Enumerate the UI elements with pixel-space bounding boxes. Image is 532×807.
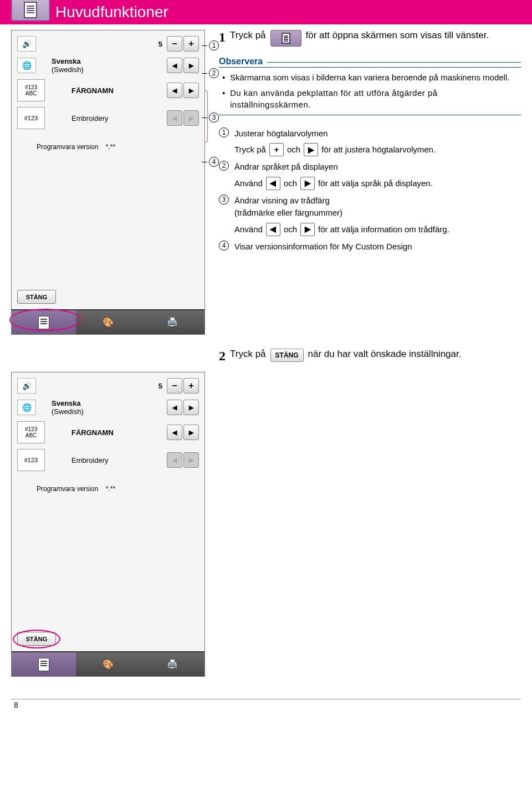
version-row: Programvara version *.**: [37, 143, 199, 151]
note-item-1: Skärmarna som visas i bilderna kan varie…: [222, 72, 521, 83]
embroidery-row: #123 Embroidery: [17, 107, 199, 129]
step-1-num: 1: [219, 30, 226, 45]
note-title: Observera: [219, 57, 263, 67]
next-language-button[interactable]: [183, 400, 199, 415]
left-arrow-key: ◀: [266, 177, 280, 190]
close-button[interactable]: STÄNG: [17, 290, 56, 304]
note-box: Observera Skärmarna som visas i bilderna…: [219, 57, 521, 115]
plus-button[interactable]: [183, 378, 199, 394]
language-sub: (Swedish): [52, 65, 166, 74]
step-1: 1 Tryck på för att öppna skärmen som vis…: [219, 30, 521, 47]
speaker-icon: 🔊: [17, 36, 36, 52]
plus-button[interactable]: [183, 36, 199, 52]
close-button[interactable]: STÄNG: [17, 632, 56, 646]
prev-embroidery-button: [167, 110, 182, 126]
settings-screenshot-2: 🔊 5 🌐 Svenska (Swedish) #123 ABC FÄRGNAM…: [11, 372, 205, 677]
next-thread-name-button[interactable]: [183, 425, 199, 440]
globe-icon: 🌐: [17, 58, 36, 73]
language-row: 🌐 Svenska (Swedish): [17, 57, 199, 74]
callout-4-title: Visar versionsinformation för My Custom …: [234, 241, 412, 253]
callout-4-num: 4: [219, 241, 229, 251]
prev-thread-name-button[interactable]: [167, 425, 182, 440]
page-number: 8: [14, 701, 18, 709]
callout-3-title: Ändrar visning av trådfärg: [234, 196, 330, 205]
step-2-pre: Tryck på: [230, 349, 266, 360]
callout-1-title: Justerar högtalarvolymen: [234, 127, 328, 140]
tab-palette[interactable]: 🎨: [76, 651, 140, 676]
document-tab-icon: [38, 316, 49, 329]
inline-close-button: STÄNG: [270, 349, 304, 362]
right-arrow-key: ▶: [300, 223, 315, 236]
minus-button[interactable]: [167, 36, 182, 52]
minus-button[interactable]: [167, 378, 182, 394]
marker-2: 2: [202, 68, 219, 78]
document-icon: [282, 33, 290, 44]
left-arrow-key: ◀: [266, 223, 280, 236]
step-2-num: 2: [219, 349, 226, 364]
prev-thread-name-button[interactable]: [167, 83, 182, 98]
thread-123abc-icon: #123 ABC: [17, 421, 45, 443]
right-arrow-key: ▶: [304, 143, 318, 156]
tab-palette[interactable]: 🎨: [76, 309, 140, 334]
volume-row: 🔊 5: [17, 36, 199, 52]
prev-language-button[interactable]: [167, 58, 182, 73]
tab-document[interactable]: [12, 309, 76, 334]
settings-screen-icon: [11, 0, 50, 21]
thread-name-row: #123 ABC FÄRGNAMN: [17, 79, 199, 101]
bottom-bar: 🎨 🖨️: [12, 309, 204, 334]
volume-value: 5: [158, 40, 162, 48]
prev-embroidery-button: [167, 452, 182, 468]
speaker-icon: 🔊: [17, 378, 36, 394]
note-item-2: Du kan använda pekplattan för att utföra…: [222, 88, 521, 110]
callout-list: 1 Justerar högtalarvolymen Tryck på + oc…: [219, 127, 521, 253]
prev-language-button[interactable]: [167, 400, 182, 415]
next-thread-name-button[interactable]: [183, 83, 199, 98]
document-tab-icon: [38, 658, 49, 671]
next-embroidery-button: [183, 452, 199, 468]
next-language-button[interactable]: [183, 58, 199, 73]
inline-settings-icon-button: [270, 30, 301, 47]
section-title: Huvudfunktioner: [55, 3, 168, 21]
thread-123abc-icon: #123 ABC: [17, 79, 45, 101]
plus-key: +: [269, 143, 284, 156]
thread-123-icon: #123: [17, 107, 45, 129]
section-header: Huvudfunktioner: [0, 0, 532, 24]
globe-icon: 🌐: [17, 400, 36, 415]
step-1-post: för att öppna skärmen som visas till vän…: [306, 30, 489, 41]
step-2: 2 Tryck på STÄNG när du har valt önskade…: [219, 349, 521, 364]
marker-1: 1: [202, 40, 219, 50]
callout-1-num: 1: [219, 127, 229, 137]
callout-3-num: 3: [219, 195, 229, 205]
tab-machine[interactable]: 🖨️: [140, 309, 204, 334]
embroidery-label: Embroidery: [49, 114, 166, 122]
callout-3-subtitle: (trådmärke eller färgnummer): [234, 208, 342, 217]
tab-document[interactable]: [12, 651, 76, 676]
settings-screenshot-1: 🔊 5 🌐 Svenska (Swedish) #123 ABC FÄRGNAM…: [11, 30, 205, 335]
tab-machine[interactable]: 🖨️: [140, 651, 204, 676]
thread-123-icon: #123: [17, 449, 45, 471]
marker-4: 4: [202, 157, 219, 167]
step-1-pre: Tryck på: [230, 30, 266, 41]
language-label: Svenska: [52, 57, 166, 65]
thread-name-label: FÄRGNAMN: [49, 86, 166, 95]
document-icon: [24, 2, 37, 18]
callout-2-num: 2: [219, 161, 229, 171]
step-2-post: när du har valt önskade inställningar.: [308, 349, 462, 360]
callout-2-title: Ändrar språket på displayen: [234, 161, 338, 173]
marker-3: 3: [202, 113, 219, 122]
next-embroidery-button: [183, 110, 199, 126]
right-arrow-key: ▶: [300, 177, 315, 190]
